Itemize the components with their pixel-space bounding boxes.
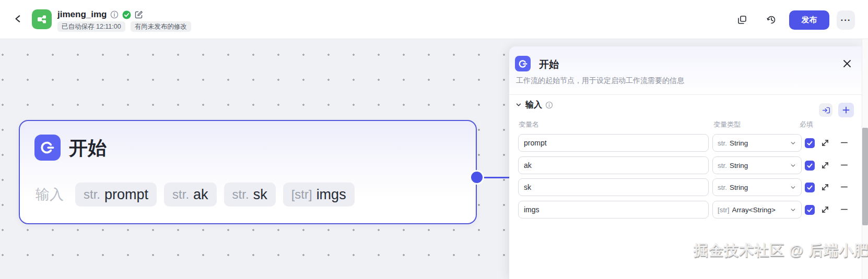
back-button[interactable]: [14, 14, 25, 26]
node-input-label: 输入: [31, 185, 68, 204]
type-name: String: [730, 184, 787, 191]
publish-button[interactable]: 发布: [789, 10, 829, 30]
type-name: Array<String>: [732, 206, 788, 214]
expand-icon[interactable]: [821, 183, 829, 191]
node-tag-prompt[interactable]: str. prompt: [75, 183, 157, 207]
more-actions-button[interactable]: ···: [837, 10, 855, 30]
input-section-label: 输入: [525, 100, 542, 111]
remove-variable-button[interactable]: [840, 138, 848, 147]
close-panel-button[interactable]: [840, 57, 854, 70]
minus-icon: [840, 205, 848, 213]
minus-icon: [840, 183, 848, 191]
chevron-down-icon: [790, 162, 796, 169]
input-section-header[interactable]: 输入: [515, 98, 553, 112]
chevron-down-icon: [790, 207, 796, 213]
check-icon: [806, 140, 813, 147]
type-name: String: [730, 139, 787, 147]
minus-icon: [840, 139, 848, 147]
chevron-left-icon: [14, 14, 23, 23]
unpublished-changes-badge: 有尚未发布的修改: [131, 21, 191, 32]
workflow-app-icon: [32, 9, 52, 29]
panel-title: 开始: [539, 58, 559, 71]
variable-type-select[interactable]: str. String: [712, 178, 802, 196]
power-start-icon: [518, 59, 528, 69]
tag-type-prefix: str.: [84, 187, 100, 202]
info-icon[interactable]: [110, 10, 119, 19]
required-checkbox[interactable]: [805, 205, 815, 215]
workflow-title-row: jimeng_img: [57, 8, 143, 21]
tag-type-prefix: [str]: [291, 187, 312, 202]
type-prefix: str.: [718, 139, 727, 147]
type-name: String: [730, 162, 787, 169]
workflow-editor: 开始 输入 str. prompt str. ak str. sk [str] …: [0, 0, 868, 279]
divider: [509, 94, 862, 95]
column-header-name: 变量名: [519, 120, 539, 129]
node-config-panel: 开始 工作流的起始节点，用于设定启动工作流需要的信息 输入: [509, 46, 862, 279]
import-variables-button[interactable]: [819, 103, 832, 117]
expand-icon[interactable]: [821, 161, 829, 169]
expand-icon[interactable]: [821, 139, 829, 147]
type-prefix: [str]: [718, 206, 730, 214]
tag-name: sk: [253, 187, 267, 203]
variable-name-input[interactable]: [518, 134, 709, 152]
check-icon: [806, 184, 813, 191]
top-bar: jimeng_img 已自动保存 12:11:00 有尚未发布的修改: [0, 0, 868, 39]
published-check-badge: [122, 10, 131, 19]
edit-icon[interactable]: [135, 10, 143, 19]
minus-icon: [840, 161, 848, 169]
chevron-down-icon: [515, 101, 522, 108]
node-output-port[interactable]: [471, 172, 483, 183]
expand-icon[interactable]: [821, 205, 829, 214]
column-header-type: 变量类型: [713, 120, 741, 129]
required-checkbox[interactable]: [805, 138, 815, 148]
workflow-title: jimeng_img: [57, 9, 107, 20]
info-icon: [545, 101, 553, 109]
tag-name: imgs: [316, 187, 346, 203]
workflow-glyph-icon: [36, 13, 48, 26]
remove-variable-button[interactable]: [840, 161, 848, 169]
variable-name-input[interactable]: [518, 201, 709, 219]
column-header-required: 必填: [800, 120, 813, 129]
variable-type-select[interactable]: str. String: [712, 134, 802, 152]
close-icon: [842, 58, 852, 69]
node-tag-sk[interactable]: str. sk: [224, 183, 276, 207]
node-tag-ak[interactable]: str. ak: [164, 183, 217, 207]
chevron-down-icon: [790, 140, 796, 147]
power-start-icon: [40, 140, 55, 155]
variable-type-select[interactable]: str. String: [712, 156, 802, 174]
variable-type-select[interactable]: [str] Array<String>: [712, 201, 802, 219]
panel-description: 工作流的起始节点，用于设定启动工作流需要的信息: [516, 76, 684, 86]
status-badges: 已自动保存 12:11:00 有尚未发布的修改: [57, 21, 191, 32]
type-prefix: str.: [718, 162, 727, 169]
remove-variable-button[interactable]: [840, 183, 848, 191]
history-icon[interactable]: [766, 15, 777, 25]
chevron-down-icon: [790, 184, 796, 191]
check-icon: [806, 207, 813, 213]
check-icon: [806, 162, 813, 169]
plus-icon: [842, 106, 850, 114]
node-title: 开始: [69, 136, 107, 161]
add-variable-button[interactable]: [838, 103, 854, 117]
type-prefix: str.: [718, 184, 727, 191]
panel-node-icon: [515, 56, 531, 71]
start-node[interactable]: 开始 输入 str. prompt str. ak str. sk [str] …: [19, 120, 477, 224]
node-tag-imgs[interactable]: [str] imgs: [283, 183, 355, 207]
required-checkbox[interactable]: [805, 183, 815, 192]
required-checkbox[interactable]: [805, 161, 815, 171]
remove-variable-button[interactable]: [840, 205, 848, 213]
autosave-badge: 已自动保存 12:11:00: [57, 21, 125, 32]
variable-name-input[interactable]: [518, 156, 709, 174]
import-icon: [822, 106, 830, 115]
variable-name-input[interactable]: [518, 178, 709, 196]
panel-scrollbar-thumb[interactable]: [862, 128, 868, 225]
node-input-row: 输入 str. prompt str. ak str. sk [str] img…: [31, 183, 355, 207]
tag-type-prefix: str.: [172, 187, 189, 202]
tag-name: prompt: [104, 187, 148, 203]
tag-name: ak: [193, 187, 208, 203]
duplicate-icon[interactable]: [737, 15, 747, 25]
tag-type-prefix: str.: [232, 187, 249, 202]
start-node-icon: [34, 135, 61, 161]
